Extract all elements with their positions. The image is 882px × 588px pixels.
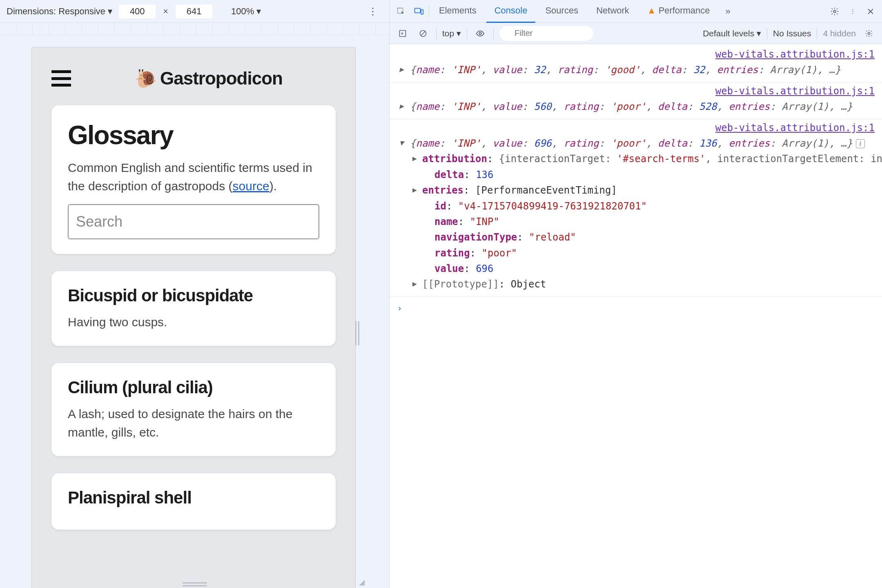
live-expression-icon[interactable] <box>473 26 488 41</box>
glossary-entry: Cilium (plural cilia) A lash; used to de… <box>51 363 336 456</box>
term-definition: A lash; used to designate the hairs on t… <box>68 405 319 441</box>
expand-caret-icon[interactable] <box>412 278 417 290</box>
app-title: 🐌 Gastropodicon <box>82 68 336 89</box>
svg-point-3 <box>833 10 836 13</box>
svg-rect-2 <box>421 9 423 14</box>
close-devtools-icon[interactable] <box>862 3 879 20</box>
source-link[interactable]: source <box>233 179 270 193</box>
dimensions-dropdown[interactable]: Dimensions: Responsive ▾ <box>7 6 112 17</box>
issues-link[interactable]: No Issues <box>773 29 811 38</box>
devtools-panel: top ▾ Default levels ▾ No Issues 4 hid <box>389 23 882 588</box>
device-toolbar: Dimensions: Responsive ▾ × 100% ▾ ⋮ <box>0 0 389 22</box>
snail-icon: 🐌 <box>135 68 157 89</box>
source-link[interactable]: web-vitals.attribution.js:1 <box>390 47 882 62</box>
console-log-expanded: web-vitals.attribution.js:1 {name: 'INP'… <box>390 119 882 297</box>
term-heading: Bicuspid or bicuspidate <box>68 286 319 305</box>
tab-performance[interactable]: ▲Performance <box>639 0 718 23</box>
term-heading: Planispiral shell <box>68 488 319 508</box>
menu-icon[interactable] <box>51 70 71 87</box>
device-height-input[interactable] <box>176 4 212 18</box>
svg-rect-1 <box>415 8 421 13</box>
expand-caret-icon[interactable] <box>412 184 417 196</box>
settings-icon[interactable] <box>826 3 843 20</box>
resize-handle-bottom[interactable] <box>178 582 211 586</box>
term-heading: Cilium (plural cilia) <box>68 378 319 397</box>
device-viewport-pane: 🐌 Gastropodicon Glossary Common English … <box>0 23 389 588</box>
zoom-dropdown[interactable]: 100% ▾ <box>231 6 261 17</box>
filter-input[interactable] <box>499 26 593 41</box>
device-frame: 🐌 Gastropodicon Glossary Common English … <box>32 47 355 588</box>
console-toolbar: top ▾ Default levels ▾ No Issues 4 hid <box>390 23 882 44</box>
devtools-menu-icon[interactable]: ⋮ <box>844 3 861 20</box>
device-mode-icon[interactable] <box>411 3 427 20</box>
glossary-entry: Planispiral shell <box>51 473 336 530</box>
glossary-description: Common English and scientific terms used… <box>68 158 319 195</box>
device-toolbar-menu[interactable]: ⋮ <box>363 6 383 17</box>
console-prompt[interactable]: › <box>390 297 882 319</box>
svg-point-6 <box>479 32 481 35</box>
console-log: web-vitals.attribution.js:1 {name: 'INP'… <box>390 46 882 82</box>
console-settings-icon[interactable] <box>862 26 876 41</box>
source-link[interactable]: web-vitals.attribution.js:1 <box>390 120 882 136</box>
console-log: web-vitals.attribution.js:1 {name: 'INP'… <box>390 82 882 119</box>
clear-console-icon[interactable] <box>416 26 430 41</box>
expand-caret-icon[interactable] <box>399 64 404 76</box>
term-definition: Having two cusps. <box>68 313 319 331</box>
tab-network[interactable]: Network <box>588 0 637 23</box>
tab-sources[interactable]: Sources <box>537 0 586 23</box>
glossary-entry: Bicuspid or bicuspidate Having two cusps… <box>51 271 336 346</box>
expand-caret-icon[interactable] <box>399 100 404 112</box>
toggle-drawer-icon[interactable] <box>395 26 410 41</box>
device-width-input[interactable] <box>119 4 156 18</box>
devtools-tabs: Elements Console Sources Network ▲Perfor… <box>389 0 882 22</box>
console-body: web-vitals.attribution.js:1 {name: 'INP'… <box>390 44 882 588</box>
inspect-icon[interactable] <box>393 3 409 20</box>
dims-separator: × <box>163 6 168 17</box>
collapse-caret-icon[interactable] <box>399 137 404 149</box>
ruler-horizontal <box>0 23 389 35</box>
glossary-card: Glossary Common English and scientific t… <box>51 105 336 254</box>
warning-icon: ▲ <box>647 5 656 16</box>
log-levels-dropdown[interactable]: Default levels ▾ <box>703 29 761 38</box>
resize-handle-right[interactable] <box>354 317 361 350</box>
page-title: Glossary <box>68 120 319 150</box>
tab-console[interactable]: Console <box>486 0 536 23</box>
more-tabs-icon[interactable]: » <box>720 3 736 20</box>
search-input[interactable] <box>68 204 319 239</box>
info-icon[interactable]: i <box>856 139 865 148</box>
hidden-count: 4 hidden <box>823 29 856 38</box>
source-link[interactable]: web-vitals.attribution.js:1 <box>390 83 882 99</box>
tab-elements[interactable]: Elements <box>431 0 485 23</box>
resize-handle-corner[interactable] <box>353 574 365 586</box>
context-dropdown[interactable]: top ▾ <box>442 29 461 38</box>
expand-caret-icon[interactable] <box>412 153 417 165</box>
svg-point-7 <box>868 32 870 34</box>
